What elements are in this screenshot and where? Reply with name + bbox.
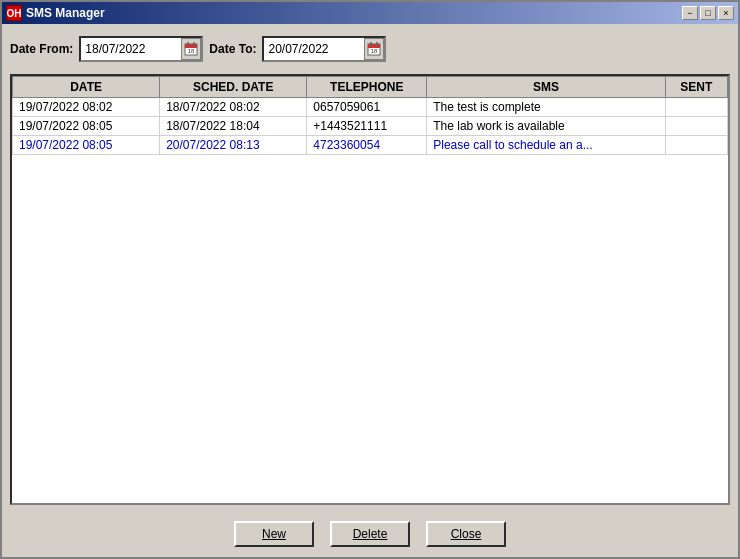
table-cell: 4723360054 (307, 136, 427, 155)
table-cell: Please call to schedule an a... (427, 136, 665, 155)
maximize-button[interactable]: □ (700, 6, 716, 20)
footer-buttons: New Delete Close (2, 513, 738, 557)
main-content: Date From: 18 Date To: (2, 24, 738, 513)
col-sent: SENT (665, 77, 727, 98)
sms-table-container: DATE SCHED. DATE TELEPHONE SMS SENT 19/0… (10, 74, 730, 505)
svg-rect-2 (187, 42, 189, 46)
col-date: DATE (13, 77, 160, 98)
calendar-icon: 18 (184, 42, 198, 56)
table-header-row: DATE SCHED. DATE TELEPHONE SMS SENT (13, 77, 728, 98)
app-icon: OH (6, 5, 22, 21)
date-to-input[interactable] (264, 40, 364, 58)
date-to-calendar-button[interactable]: 18 (364, 38, 384, 60)
table-cell: 19/07/2022 08:05 (13, 136, 160, 155)
date-to-input-wrap: 18 (262, 36, 386, 62)
calendar-icon: 18 (367, 42, 381, 56)
table-cell: The test is complete (427, 98, 665, 117)
table-cell (665, 136, 727, 155)
table-cell: 18/07/2022 18:04 (160, 117, 307, 136)
table-cell: 18/07/2022 08:02 (160, 98, 307, 117)
svg-rect-8 (376, 42, 378, 46)
close-window-button[interactable]: × (718, 6, 734, 20)
sms-table: DATE SCHED. DATE TELEPHONE SMS SENT 19/0… (12, 76, 728, 155)
table-row[interactable]: 19/07/2022 08:0518/07/2022 18:04+1443521… (13, 117, 728, 136)
title-bar-left: OH SMS Manager (6, 5, 105, 21)
svg-text:18: 18 (371, 48, 378, 54)
window-title: SMS Manager (26, 6, 105, 20)
table-cell (665, 117, 727, 136)
new-button[interactable]: New (234, 521, 314, 547)
svg-text:18: 18 (188, 48, 195, 54)
table-row[interactable]: 19/07/2022 08:0520/07/2022 08:1347233600… (13, 136, 728, 155)
table-cell: The lab work is available (427, 117, 665, 136)
date-from-input-wrap: 18 (79, 36, 203, 62)
delete-button[interactable]: Delete (330, 521, 410, 547)
minimize-button[interactable]: − (682, 6, 698, 20)
date-filter-row: Date From: 18 Date To: (10, 32, 730, 66)
date-from-label: Date From: (10, 42, 73, 56)
table-cell: 20/07/2022 08:13 (160, 136, 307, 155)
table-row[interactable]: 19/07/2022 08:0218/07/2022 08:0206570590… (13, 98, 728, 117)
col-sms: SMS (427, 77, 665, 98)
date-from-calendar-button[interactable]: 18 (181, 38, 201, 60)
date-to-label: Date To: (209, 42, 256, 56)
svg-rect-3 (193, 42, 195, 46)
sms-manager-window: OH SMS Manager − □ × Date From: 18 (0, 0, 740, 559)
table-cell: 19/07/2022 08:05 (13, 117, 160, 136)
table-cell (665, 98, 727, 117)
col-sched-date: SCHED. DATE (160, 77, 307, 98)
date-from-input[interactable] (81, 40, 181, 58)
table-cell: +1443521111 (307, 117, 427, 136)
table-cell: 19/07/2022 08:02 (13, 98, 160, 117)
close-button[interactable]: Close (426, 521, 506, 547)
title-bar-controls: − □ × (682, 6, 734, 20)
col-telephone: TELEPHONE (307, 77, 427, 98)
title-bar: OH SMS Manager − □ × (2, 2, 738, 24)
svg-rect-7 (370, 42, 372, 46)
table-cell: 0657059061 (307, 98, 427, 117)
